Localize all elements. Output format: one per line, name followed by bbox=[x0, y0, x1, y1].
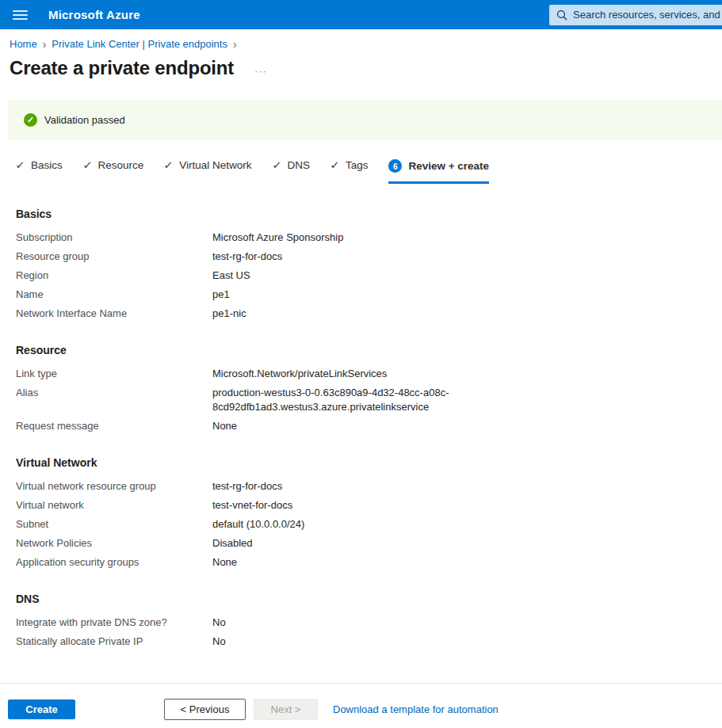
row-label: Statically allocate Private IP bbox=[16, 635, 212, 649]
previous-button[interactable]: < Previous bbox=[164, 699, 246, 720]
checkmark-icon: ✓ bbox=[164, 159, 174, 171]
breadcrumb-private-link-center[interactable]: Private Link Center | Private endpoints bbox=[52, 38, 227, 50]
more-options-icon[interactable]: ··· bbox=[254, 66, 267, 76]
breadcrumb-home[interactable]: Home bbox=[10, 38, 37, 50]
row-value: pe1 bbox=[212, 288, 230, 302]
summary-row: RegionEast US bbox=[16, 269, 722, 283]
search-icon bbox=[556, 10, 567, 21]
success-check-icon: ✓ bbox=[24, 113, 37, 127]
search-input[interactable] bbox=[573, 9, 722, 21]
section-virtual-network: Virtual NetworkVirtual network resource … bbox=[16, 456, 722, 570]
checkmark-icon: ✓ bbox=[272, 159, 282, 171]
tab-virtual-network[interactable]: ✓Virtual Network bbox=[164, 159, 251, 182]
download-template-link[interactable]: Download a template for automation bbox=[333, 703, 499, 715]
summary-row: Resource grouptest-rg-for-docs bbox=[16, 250, 722, 264]
row-value: Microsoft.Network/privateLinkServices bbox=[212, 367, 387, 381]
row-value: None bbox=[212, 419, 237, 433]
review-content: BasicsSubscriptionMicrosoft Azure Sponso… bbox=[16, 208, 722, 649]
tab-label: Basics bbox=[31, 159, 63, 171]
chevron-right-icon: › bbox=[43, 39, 47, 50]
row-label: Subnet bbox=[16, 517, 212, 532]
page-title: Create a private endpoint bbox=[10, 57, 234, 79]
app-title[interactable]: Microsoft Azure bbox=[48, 8, 140, 21]
summary-row: Virtual network resource grouptest-rg-fo… bbox=[16, 479, 722, 494]
summary-row: Subnetdefault (10.0.0.0/24) bbox=[16, 517, 722, 532]
wizard-tab-bar: ✓Basics✓Resource✓Virtual Network✓DNS✓Tag… bbox=[16, 159, 722, 184]
row-value: pe1-nic bbox=[212, 307, 246, 321]
global-search-box[interactable] bbox=[549, 5, 722, 25]
summary-row: Statically allocate Private IPNo bbox=[16, 635, 722, 649]
row-value: Disabled bbox=[212, 536, 253, 551]
row-label: Name bbox=[16, 288, 212, 302]
row-label: Integrate with private DNS zone? bbox=[16, 616, 212, 630]
footer-bar: Create < Previous Next > Download a temp… bbox=[0, 683, 722, 728]
summary-row: Network PoliciesDisabled bbox=[16, 536, 722, 551]
summary-row: SubscriptionMicrosoft Azure Sponsorship bbox=[16, 231, 722, 245]
summary-row: Integrate with private DNS zone?No bbox=[16, 616, 722, 630]
row-label: Request message bbox=[16, 419, 212, 433]
hamburger-icon bbox=[13, 10, 28, 12]
section-dns: DNSIntegrate with private DNS zone?NoSta… bbox=[16, 593, 722, 649]
breadcrumb: Home › Private Link Center | Private end… bbox=[10, 38, 722, 50]
section-title: Basics bbox=[16, 208, 722, 220]
checkmark-icon: ✓ bbox=[82, 159, 93, 171]
row-value: No bbox=[212, 635, 226, 649]
row-label: Region bbox=[16, 269, 212, 283]
row-label: Virtual network bbox=[16, 498, 212, 513]
checkmark-icon: ✓ bbox=[330, 159, 340, 171]
row-label: Application security groups bbox=[16, 555, 212, 570]
row-value: No bbox=[212, 616, 226, 630]
row-label: Subscription bbox=[16, 231, 212, 245]
summary-row: Request messageNone bbox=[16, 419, 722, 433]
row-label: Link type bbox=[16, 367, 212, 381]
row-label: Virtual network resource group bbox=[16, 479, 212, 494]
summary-row: Link typeMicrosoft.Network/privateLinkSe… bbox=[16, 367, 722, 381]
validation-banner: ✓ Validation passed bbox=[8, 100, 722, 140]
next-button[interactable]: Next > bbox=[254, 699, 318, 720]
tab-review-create[interactable]: 6Review + create bbox=[388, 159, 489, 184]
row-label: Alias bbox=[16, 386, 212, 400]
row-label: Network Interface Name bbox=[16, 307, 212, 321]
create-button[interactable]: Create bbox=[8, 699, 75, 719]
row-value: test-rg-for-docs bbox=[212, 479, 282, 494]
section-resource: ResourceLink typeMicrosoft.Network/priva… bbox=[16, 344, 722, 433]
tab-dns[interactable]: ✓DNS bbox=[273, 159, 310, 182]
tab-label: Resource bbox=[98, 159, 144, 171]
tab-label: Review + create bbox=[408, 160, 489, 172]
row-label: Resource group bbox=[16, 250, 212, 264]
row-label: Network Policies bbox=[16, 536, 212, 551]
summary-row: Virtual networktest-vnet-for-docs bbox=[16, 498, 722, 513]
summary-row: Network Interface Namepe1-nic bbox=[16, 307, 722, 321]
section-title: DNS bbox=[16, 593, 722, 605]
row-value: test-vnet-for-docs bbox=[212, 498, 292, 513]
section-basics: BasicsSubscriptionMicrosoft Azure Sponso… bbox=[16, 208, 722, 321]
tab-resource[interactable]: ✓Resource bbox=[83, 159, 144, 182]
step-number-badge: 6 bbox=[388, 159, 402, 173]
tab-label: DNS bbox=[287, 159, 310, 171]
row-value: East US bbox=[212, 269, 250, 283]
summary-row: Namepe1 bbox=[16, 288, 722, 302]
row-value: None bbox=[212, 555, 237, 570]
validation-banner-text: Validation passed bbox=[44, 114, 125, 126]
row-value: default (10.0.0.0/24) bbox=[212, 517, 304, 532]
section-title: Virtual Network bbox=[16, 456, 722, 469]
title-row: Create a private endpoint ··· bbox=[10, 57, 722, 79]
summary-row: Application security groupsNone bbox=[16, 555, 722, 570]
checkmark-icon: ✓ bbox=[15, 159, 25, 171]
tab-basics[interactable]: ✓Basics bbox=[16, 159, 63, 182]
summary-row: Aliasproduction-westus3-0-0.63c890a9-4d3… bbox=[16, 386, 722, 414]
row-value: production-westus3-0-0.63c890a9-4d32-48c… bbox=[212, 386, 460, 414]
top-bar: Microsoft Azure bbox=[0, 0, 722, 29]
row-value: Microsoft Azure Sponsorship bbox=[212, 231, 343, 245]
chevron-right-icon: › bbox=[233, 39, 237, 50]
tab-label: Tags bbox=[346, 159, 369, 171]
tab-label: Virtual Network bbox=[179, 159, 251, 171]
hamburger-menu-button[interactable] bbox=[0, 0, 40, 29]
section-title: Resource bbox=[16, 344, 722, 356]
tab-tags[interactable]: ✓Tags bbox=[330, 159, 368, 182]
row-value: test-rg-for-docs bbox=[212, 250, 282, 264]
